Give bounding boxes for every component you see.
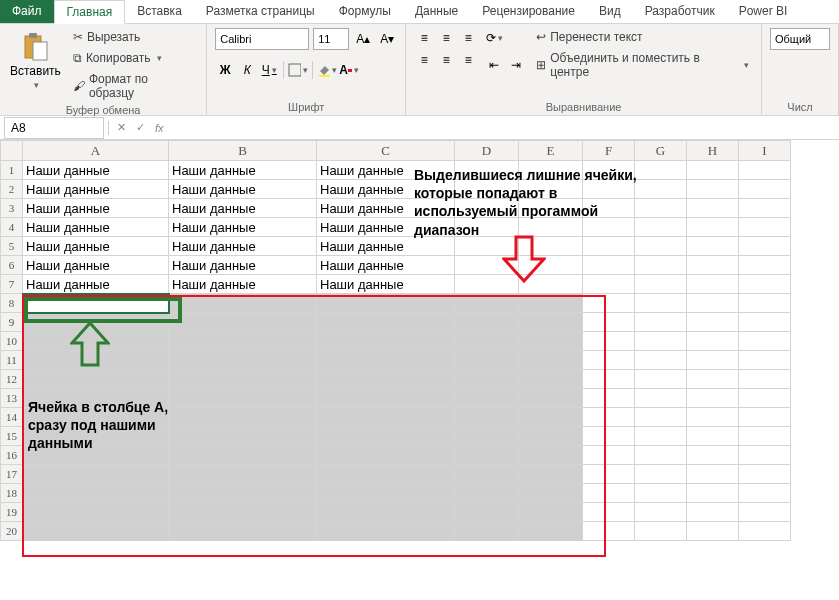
cell[interactable] xyxy=(635,522,687,541)
cell[interactable] xyxy=(583,256,635,275)
cell[interactable]: Наши данные xyxy=(317,237,455,256)
cell[interactable] xyxy=(169,351,317,370)
align-middle-button[interactable]: ≡ xyxy=(436,28,456,48)
row-header[interactable]: 11 xyxy=(1,351,23,370)
cell[interactable] xyxy=(519,351,583,370)
cell[interactable] xyxy=(23,503,169,522)
align-top-button[interactable]: ≡ xyxy=(414,28,434,48)
cell[interactable] xyxy=(687,522,739,541)
row-header[interactable]: 9 xyxy=(1,313,23,332)
row-header[interactable]: 13 xyxy=(1,389,23,408)
cell[interactable] xyxy=(583,408,635,427)
cell[interactable] xyxy=(635,389,687,408)
cell[interactable] xyxy=(455,427,519,446)
cell[interactable] xyxy=(169,313,317,332)
paste-button[interactable]: Вставить ▾ xyxy=(8,28,63,92)
align-center-button[interactable]: ≡ xyxy=(436,50,456,70)
cell[interactable] xyxy=(739,313,791,332)
cell[interactable]: Наши данные xyxy=(169,180,317,199)
cancel-icon[interactable]: ✕ xyxy=(117,121,126,134)
cell[interactable] xyxy=(739,180,791,199)
increase-indent-button[interactable]: ⇥ xyxy=(506,55,526,75)
cell[interactable] xyxy=(169,522,317,541)
cell[interactable] xyxy=(739,161,791,180)
merge-center-button[interactable]: ⊞Объединить и поместить в центре▾ xyxy=(532,49,753,81)
align-bottom-button[interactable]: ≡ xyxy=(458,28,478,48)
cell[interactable] xyxy=(583,522,635,541)
copy-button[interactable]: ⧉Копировать▾ xyxy=(69,49,198,67)
fx-button[interactable]: fx xyxy=(155,122,164,134)
cell[interactable] xyxy=(635,351,687,370)
cell[interactable] xyxy=(687,503,739,522)
cell[interactable] xyxy=(739,389,791,408)
bold-button[interactable]: Ж xyxy=(215,60,235,80)
cell[interactable]: Наши данные xyxy=(317,275,455,294)
decrease-indent-button[interactable]: ⇤ xyxy=(484,55,504,75)
cell[interactable] xyxy=(519,465,583,484)
cell[interactable] xyxy=(583,465,635,484)
cell[interactable] xyxy=(455,332,519,351)
tab-developer[interactable]: Разработчик xyxy=(633,0,727,23)
cell[interactable] xyxy=(519,408,583,427)
number-format-select[interactable] xyxy=(770,28,830,50)
tab-page-layout[interactable]: Разметка страницы xyxy=(194,0,327,23)
cell[interactable]: Наши данные xyxy=(317,256,455,275)
cell[interactable] xyxy=(455,484,519,503)
cell[interactable] xyxy=(583,332,635,351)
wrap-text-button[interactable]: ↩Перенести текст xyxy=(532,28,753,46)
format-painter-button[interactable]: 🖌Формат по образцу xyxy=(69,70,198,102)
column-header[interactable]: C xyxy=(317,141,455,161)
cell[interactable] xyxy=(583,427,635,446)
cell[interactable] xyxy=(687,294,739,313)
cell[interactable] xyxy=(519,313,583,332)
row-header[interactable]: 10 xyxy=(1,332,23,351)
row-header[interactable]: 20 xyxy=(1,522,23,541)
row-header[interactable]: 14 xyxy=(1,408,23,427)
cell[interactable] xyxy=(169,465,317,484)
cell[interactable] xyxy=(583,275,635,294)
tab-powerbi[interactable]: Power BI xyxy=(727,0,800,23)
cell[interactable] xyxy=(635,313,687,332)
row-header[interactable]: 8 xyxy=(1,294,23,313)
row-header[interactable]: 15 xyxy=(1,427,23,446)
cell[interactable] xyxy=(317,465,455,484)
cell[interactable]: Наши данные xyxy=(169,256,317,275)
cell[interactable] xyxy=(583,389,635,408)
font-size-select[interactable] xyxy=(313,28,349,50)
cell[interactable] xyxy=(687,332,739,351)
column-header[interactable]: G xyxy=(635,141,687,161)
cell[interactable] xyxy=(519,370,583,389)
cell[interactable] xyxy=(635,503,687,522)
cell[interactable]: Наши данные xyxy=(23,218,169,237)
cell[interactable] xyxy=(739,465,791,484)
cell[interactable]: Наши данные xyxy=(169,218,317,237)
row-header[interactable]: 19 xyxy=(1,503,23,522)
column-header[interactable]: I xyxy=(739,141,791,161)
cell[interactable] xyxy=(583,237,635,256)
cell[interactable] xyxy=(739,370,791,389)
cell[interactable] xyxy=(455,351,519,370)
cell[interactable] xyxy=(635,294,687,313)
cell[interactable] xyxy=(687,256,739,275)
cell[interactable]: Наши данные xyxy=(169,199,317,218)
cell[interactable] xyxy=(687,237,739,256)
cell[interactable] xyxy=(635,408,687,427)
column-header[interactable]: E xyxy=(519,141,583,161)
cell[interactable]: Наши данные xyxy=(169,161,317,180)
cell[interactable]: Наши данные xyxy=(23,237,169,256)
cell[interactable] xyxy=(23,522,169,541)
cell[interactable] xyxy=(583,351,635,370)
cell[interactable] xyxy=(519,389,583,408)
cell[interactable] xyxy=(739,237,791,256)
cell[interactable] xyxy=(635,427,687,446)
cell[interactable] xyxy=(169,503,317,522)
cell[interactable] xyxy=(687,427,739,446)
cell[interactable] xyxy=(583,503,635,522)
cell[interactable] xyxy=(317,389,455,408)
cell[interactable] xyxy=(455,294,519,313)
cell[interactable] xyxy=(317,484,455,503)
cell[interactable] xyxy=(635,446,687,465)
cell[interactable] xyxy=(739,408,791,427)
cell[interactable] xyxy=(23,370,169,389)
cell[interactable] xyxy=(687,446,739,465)
